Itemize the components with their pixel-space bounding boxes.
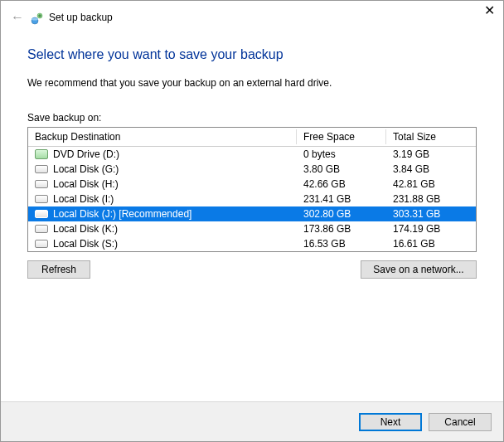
- close-button[interactable]: ✕: [484, 4, 495, 17]
- table-row[interactable]: Local Disk (J:) [Recommended]302.80 GB30…: [28, 206, 476, 221]
- cell-destination: DVD Drive (D:): [28, 147, 297, 163]
- cancel-button[interactable]: Cancel: [429, 413, 492, 431]
- table-row[interactable]: Local Disk (S:)16.53 GB16.61 GB: [28, 236, 476, 251]
- cell-total-size: 42.81 GB: [386, 177, 476, 192]
- header-free-space[interactable]: Free Space: [297, 128, 386, 147]
- drive-name: Local Disk (I:): [53, 193, 114, 205]
- drive-name: Local Disk (H:): [53, 178, 119, 190]
- drive-table-container: Backup Destination Free Space Total Size…: [27, 127, 477, 252]
- svg-point-1: [32, 17, 38, 20]
- drive-name: Local Disk (S:): [53, 238, 118, 250]
- cell-total-size: 3.19 GB: [386, 147, 476, 163]
- header-total-size[interactable]: Total Size: [386, 128, 476, 147]
- refresh-button[interactable]: Refresh: [27, 260, 90, 279]
- table-row[interactable]: Local Disk (H:)42.66 GB42.81 GB: [28, 177, 476, 192]
- cell-free-space: 3.80 GB: [297, 162, 386, 177]
- table-row[interactable]: Local Disk (I:)231.41 GB231.88 GB: [28, 192, 476, 206]
- content-area: Select where you want to save your backu…: [1, 31, 503, 279]
- list-label: Save backup on:: [27, 112, 477, 124]
- cell-total-size: 3.84 GB: [386, 162, 476, 177]
- drive-name: Local Disk (J:) [Recommended]: [53, 208, 191, 220]
- cell-destination: Local Disk (I:): [28, 192, 297, 206]
- cell-destination: Local Disk (S:): [28, 236, 297, 251]
- cell-free-space: 42.66 GB: [297, 177, 386, 192]
- footer-bar: Next Cancel: [1, 401, 503, 441]
- window-title: Set up backup: [49, 12, 113, 23]
- header-destination[interactable]: Backup Destination: [28, 128, 297, 147]
- table-row[interactable]: Local Disk (K:)173.86 GB174.19 GB: [28, 221, 476, 236]
- titlebar: ← Set up backup: [1, 1, 503, 31]
- cell-total-size: 303.31 GB: [386, 206, 476, 221]
- cell-free-space: 16.53 GB: [297, 236, 386, 251]
- cell-total-size: 174.19 GB: [386, 221, 476, 236]
- disk-drive-icon: [35, 165, 48, 173]
- save-on-network-button[interactable]: Save on a network...: [361, 260, 477, 279]
- drive-name: Local Disk (G:): [53, 163, 119, 175]
- disk-drive-icon: [35, 195, 48, 203]
- cell-destination: Local Disk (J:) [Recommended]: [28, 206, 297, 221]
- cell-total-size: 16.61 GB: [386, 236, 476, 251]
- disk-drive-icon: [35, 240, 48, 248]
- drive-name: DVD Drive (D:): [53, 148, 119, 160]
- action-button-row: Refresh Save on a network...: [27, 260, 477, 279]
- cell-destination: Local Disk (G:): [28, 162, 297, 177]
- dvd-drive-icon: [35, 149, 48, 159]
- back-arrow-icon[interactable]: ←: [11, 10, 24, 25]
- disk-drive-icon: [35, 210, 48, 218]
- page-heading: Select where you want to save your backu…: [27, 47, 477, 62]
- disk-drive-icon: [35, 180, 48, 188]
- cell-destination: Local Disk (H:): [28, 177, 297, 192]
- cell-free-space: 0 bytes: [297, 147, 386, 163]
- table-row[interactable]: DVD Drive (D:)0 bytes3.19 GB: [28, 147, 476, 163]
- cell-free-space: 231.41 GB: [297, 192, 386, 206]
- drive-table: Backup Destination Free Space Total Size…: [28, 128, 476, 251]
- cell-destination: Local Disk (K:): [28, 221, 297, 236]
- disk-drive-icon: [35, 225, 48, 233]
- backup-wizard-icon: [31, 12, 44, 25]
- cell-free-space: 302.80 GB: [297, 206, 386, 221]
- table-header-row: Backup Destination Free Space Total Size: [28, 128, 476, 147]
- table-row[interactable]: Local Disk (G:)3.80 GB3.84 GB: [28, 162, 476, 177]
- page-description: We recommend that you save your backup o…: [27, 77, 477, 89]
- cell-total-size: 231.88 GB: [386, 192, 476, 206]
- drive-name: Local Disk (K:): [53, 223, 118, 235]
- cell-free-space: 173.86 GB: [297, 221, 386, 236]
- next-button[interactable]: Next: [359, 413, 422, 431]
